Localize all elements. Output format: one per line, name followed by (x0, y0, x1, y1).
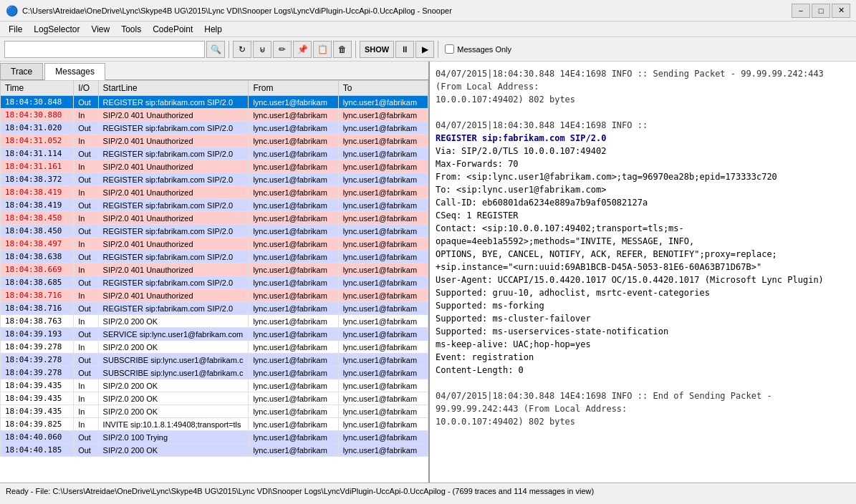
table-row[interactable]: 18:04:38.638 Out REGISTER sip:fabrikam.c… (1, 251, 428, 263)
col-from[interactable]: From (249, 81, 338, 96)
cell-startline: SIP/2.0 200 OK (98, 392, 249, 405)
menu-logselector[interactable]: LogSelector (28, 23, 85, 36)
table-row[interactable]: 18:04:31.161 In SIP/2.0 401 Unauthorized… (1, 160, 428, 173)
detail-to: To: <sip:lync.user1@fabrikam.com> (436, 183, 850, 196)
detail-method: REGISTER sip:fabrikam.com SIP/2.0 (436, 132, 850, 145)
cell-time: 18:04:39.435 (1, 405, 74, 418)
cell-time: 18:04:38.419 (1, 186, 74, 199)
filter-button[interactable]: ⊌ (253, 41, 271, 58)
cell-startline: SIP/2.0 200 OK (98, 405, 249, 418)
table-row[interactable]: 18:04:38.716 Out REGISTER sip:fabrikam.c… (1, 302, 428, 315)
table-row[interactable]: 18:04:38.497 In SIP/2.0 401 Unauthorized… (1, 238, 428, 251)
table-row[interactable]: 18:04:31.114 Out REGISTER sip:fabrikam.c… (1, 147, 428, 160)
cell-startline: SIP/2.0 401 Unauthorized (98, 160, 249, 173)
cell-io: Out (74, 276, 98, 289)
detail-max-forwards: Max-Forwards: 70 (436, 158, 850, 170)
cell-io: In (74, 263, 98, 276)
col-to[interactable]: To (338, 81, 428, 96)
menu-tools[interactable]: Tools (115, 23, 147, 36)
copy-button[interactable]: 📋 (313, 41, 332, 58)
cell-startline: REGISTER sip:fabrikam.com SIP/2.0 (98, 122, 249, 135)
table-row[interactable]: 18:04:39.435 In SIP/2.0 200 OK lync.user… (1, 405, 428, 418)
table-row[interactable]: 18:04:31.052 In SIP/2.0 401 Unauthorized… (1, 135, 428, 147)
cell-io: In (74, 405, 98, 418)
cell-from: lync.user1@fabrikam (249, 238, 338, 251)
cell-io: Out (74, 431, 98, 444)
menu-help[interactable]: Help (198, 23, 228, 36)
table-row[interactable]: 18:04:40.060 Out SIP/2.0 100 Trying lync… (1, 431, 428, 444)
cell-time: 18:04:38.669 (1, 263, 74, 276)
search-input[interactable] (4, 41, 205, 58)
table-row[interactable]: 18:04:39.193 Out SERVICE sip:lync.user1@… (1, 328, 428, 341)
cell-time: 18:04:39.193 (1, 328, 74, 341)
cell-from: lync.user1@fabrikam (249, 354, 338, 367)
cell-time: 18:04:38.716 (1, 302, 74, 315)
delete-button[interactable]: 🗑 (333, 41, 352, 58)
edit-button[interactable]: ✏ (273, 41, 292, 58)
toolbar: 🔍 ↻ ⊌ ✏ 📌 📋 🗑 SHOW ⏸ ▶ Messages Only (0, 37, 856, 62)
table-row[interactable]: 18:04:38.716 In SIP/2.0 401 Unauthorized… (1, 289, 428, 302)
cell-startline: REGISTER sip:fabrikam.com SIP/2.0 (98, 199, 249, 212)
tab-trace[interactable]: Trace (0, 63, 43, 79)
pause-button[interactable]: ⏸ (395, 41, 414, 58)
cell-from: lync.user1@fabrikam (249, 160, 338, 173)
table-row[interactable]: 18:04:39.825 In INVITE sip:10.1.8.1:4940… (1, 418, 428, 431)
table-row[interactable]: 18:04:39.278 Out SUBSCRIBE sip:lync.user… (1, 367, 428, 379)
left-panel: Trace Messages Time I/O StartLine From T… (0, 62, 430, 483)
menu-codepoint[interactable]: CodePoint (147, 23, 198, 36)
cell-startline: SIP/2.0 401 Unauthorized (98, 135, 249, 147)
table-row[interactable]: 18:04:39.278 In SIP/2.0 200 OK lync.user… (1, 341, 428, 354)
table-row[interactable]: 18:04:30.848 Out REGISTER sip:fabrikam.c… (1, 96, 428, 109)
cell-time: 18:04:31.020 (1, 122, 74, 135)
search-button[interactable]: 🔍 (206, 41, 225, 58)
messages-only-container: Messages Only (445, 44, 511, 54)
app-icon: 🔵 (6, 5, 18, 16)
close-button[interactable]: ✕ (832, 4, 850, 18)
detail-callid: Call-ID: eb60801da6234e889a7b9af05082127… (436, 196, 850, 209)
col-startline[interactable]: StartLine (98, 81, 249, 96)
cell-to: lync.user1@fabrikam (338, 225, 428, 238)
col-time[interactable]: Time (1, 81, 74, 96)
table-row[interactable]: 18:04:38.419 Out REGISTER sip:fabrikam.c… (1, 199, 428, 212)
play-button[interactable]: ▶ (415, 41, 434, 58)
menu-file[interactable]: File (3, 23, 28, 36)
messages-only-label[interactable]: Messages Only (457, 45, 511, 54)
table-row[interactable]: 18:04:38.669 In SIP/2.0 401 Unauthorized… (1, 263, 428, 276)
cell-to: lync.user1@fabrikam (338, 431, 428, 444)
cell-io: Out (74, 251, 98, 263)
cell-from: lync.user1@fabrikam (249, 328, 338, 341)
show-button[interactable]: SHOW (360, 41, 394, 58)
table-row[interactable]: 18:04:38.419 In SIP/2.0 401 Unauthorized… (1, 186, 428, 199)
refresh-button[interactable]: ↻ (233, 41, 251, 58)
detail-footer2: 10.0.0.107:49402) 802 bytes (436, 415, 850, 428)
cell-to: lync.user1@fabrikam (338, 341, 428, 354)
cell-startline: REGISTER sip:fabrikam.com SIP/2.0 (98, 96, 249, 109)
cell-from: lync.user1@fabrikam (249, 418, 338, 431)
table-row[interactable]: 18:04:38.763 In SIP/2.0 200 OK lync.user… (1, 315, 428, 328)
maximize-button[interactable]: □ (812, 4, 830, 18)
cell-io: Out (74, 122, 98, 135)
table-row[interactable]: 18:04:38.372 Out REGISTER sip:fabrikam.c… (1, 173, 428, 186)
table-row[interactable]: 18:04:40.185 Out SIP/2.0 200 OK lync.use… (1, 444, 428, 457)
detail-supported3: Supported: ms-cluster-failover (436, 312, 850, 325)
table-row[interactable]: 18:04:38.450 Out REGISTER sip:fabrikam.c… (1, 225, 428, 238)
table-row[interactable]: 18:04:39.435 In SIP/2.0 200 OK lync.user… (1, 392, 428, 405)
table-row[interactable]: 18:04:39.278 Out SUBSCRIBE sip:lync.user… (1, 354, 428, 367)
table-row[interactable]: 18:04:38.685 Out REGISTER sip:fabrikam.c… (1, 276, 428, 289)
messages-only-checkbox[interactable] (445, 44, 454, 54)
tab-messages[interactable]: Messages (44, 63, 105, 80)
menu-view[interactable]: View (85, 23, 115, 36)
col-io[interactable]: I/O (74, 81, 98, 96)
table-row[interactable]: 18:04:39.435 In SIP/2.0 200 OK lync.user… (1, 379, 428, 392)
cell-from: lync.user1@fabrikam (249, 315, 338, 328)
cell-time: 18:04:38.763 (1, 315, 74, 328)
table-row[interactable]: 18:04:30.880 In SIP/2.0 401 Unauthorized… (1, 109, 428, 122)
cell-time: 18:04:39.278 (1, 354, 74, 367)
table-row[interactable]: 18:04:31.020 Out REGISTER sip:fabrikam.c… (1, 122, 428, 135)
table-row[interactable]: 18:04:38.450 In SIP/2.0 401 Unauthorized… (1, 212, 428, 225)
minimize-button[interactable]: − (792, 4, 810, 18)
detail-cseq: CSeq: 1 REGISTER (436, 209, 850, 222)
pin-button[interactable]: 📌 (293, 41, 312, 58)
cell-to: lync.user1@fabrikam (338, 147, 428, 160)
trace-table[interactable]: Time I/O StartLine From To 18:04:30.848 … (0, 80, 428, 483)
